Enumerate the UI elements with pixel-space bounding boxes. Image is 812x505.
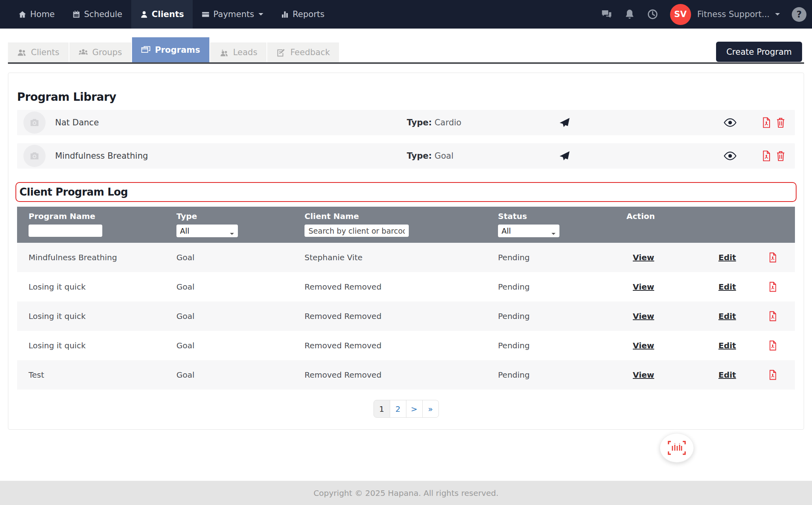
cell-status: Pending	[498, 282, 626, 292]
pdf-file-icon	[761, 150, 772, 161]
page-button-1[interactable]: 1	[373, 400, 390, 418]
top-navbar: Home Schedule Clients Payments Report	[0, 0, 812, 29]
program-library-title: Program Library	[17, 90, 795, 104]
history-button[interactable]	[647, 9, 658, 20]
nav-item-clients[interactable]: Clients	[131, 0, 193, 29]
cell-status: Pending	[498, 253, 626, 262]
help-button[interactable]: ?	[792, 7, 806, 22]
view-link[interactable]: View	[633, 341, 718, 350]
avatar[interactable]: SV	[670, 4, 691, 25]
client-program-log-title: Client Program Log	[19, 186, 128, 198]
column-action: Action	[626, 211, 795, 237]
edit-link[interactable]: Edit	[718, 282, 768, 292]
edit-link[interactable]: Edit	[718, 341, 768, 350]
cell-client: Removed Removed	[304, 311, 498, 321]
table-row: Mindfulness Breathing Goal Stephanie Vit…	[17, 243, 795, 272]
program-image-placeholder	[23, 111, 46, 134]
barcode-scan-fab[interactable]	[660, 433, 694, 463]
bar-chart-icon	[281, 10, 289, 19]
table-row: Losing it quick Goal Removed Removed Pen…	[17, 272, 795, 301]
tab-groups[interactable]: Groups	[69, 42, 131, 62]
notifications-button[interactable]	[624, 9, 635, 20]
send-program-button[interactable]	[559, 150, 571, 162]
view-program-button[interactable]	[724, 151, 737, 161]
row-pdf-button[interactable]	[768, 370, 778, 380]
cell-program: Test	[29, 370, 176, 380]
edit-link[interactable]: Edit	[718, 311, 768, 321]
chat-icon	[601, 9, 612, 20]
column-program-name: Program Name	[29, 211, 176, 237]
view-link[interactable]: View	[633, 253, 718, 262]
edit-link[interactable]: Edit	[718, 253, 768, 262]
messages-button[interactable]	[601, 9, 612, 20]
tab-leads[interactable]: Leads	[210, 42, 266, 62]
table-header: Program Name Type All Client Name Status…	[17, 207, 795, 243]
nav-item-label: Reports	[293, 10, 325, 19]
program-image-placeholder	[23, 145, 46, 167]
pdf-file-icon	[768, 370, 778, 380]
tab-label: Programs	[155, 45, 200, 55]
tab-label: Feedback	[290, 48, 330, 57]
page-button-2[interactable]: 2	[390, 400, 406, 418]
leads-people-icon	[219, 48, 229, 57]
table-row: Test Goal Removed Removed Pending View E…	[17, 360, 795, 390]
row-pdf-button[interactable]	[768, 282, 778, 292]
home-icon	[18, 10, 27, 19]
download-pdf-button[interactable]	[761, 150, 772, 161]
row-pdf-button[interactable]	[768, 311, 778, 321]
column-status: Status All	[498, 211, 626, 237]
row-pdf-button[interactable]	[768, 340, 778, 351]
paper-plane-icon	[559, 117, 571, 129]
camera-icon	[29, 117, 40, 129]
cell-status: Pending	[498, 341, 626, 350]
delete-program-button[interactable]	[776, 150, 786, 161]
view-link[interactable]: View	[633, 311, 718, 321]
send-program-button[interactable]	[559, 117, 571, 129]
page-last-button[interactable]: »	[422, 400, 439, 418]
column-type: Type All	[176, 211, 304, 237]
view-program-button[interactable]	[724, 117, 737, 128]
trash-icon	[776, 117, 786, 128]
row-pdf-button[interactable]	[768, 252, 778, 263]
program-library-row: Mindfulness Breathing Type: Goal	[17, 143, 795, 169]
account-name: Fitness Support...	[697, 10, 770, 19]
nav-item-home[interactable]: Home	[10, 0, 63, 29]
edit-link[interactable]: Edit	[718, 370, 768, 380]
cell-type: Goal	[176, 311, 304, 321]
group-icon	[79, 48, 88, 57]
account-menu-button[interactable]: Fitness Support...	[697, 10, 780, 19]
cell-action: View Edit	[626, 282, 795, 292]
cell-action: View Edit	[626, 340, 795, 351]
calendar-icon	[72, 10, 80, 19]
program-name-filter-input[interactable]	[29, 225, 102, 237]
delete-program-button[interactable]	[776, 117, 786, 128]
eye-icon	[724, 151, 737, 161]
program-name: Mindfulness Breathing	[55, 151, 148, 161]
download-pdf-button[interactable]	[761, 117, 772, 128]
nav-item-reports[interactable]: Reports	[272, 0, 333, 29]
table-row: Losing it quick Goal Removed Removed Pen…	[17, 331, 795, 360]
tab-feedback[interactable]: Feedback	[267, 42, 339, 62]
eye-icon	[724, 117, 737, 128]
nav-item-schedule[interactable]: Schedule	[63, 0, 131, 29]
cell-status: Pending	[498, 370, 626, 380]
person-icon	[140, 10, 148, 19]
tab-clients[interactable]: Clients	[8, 42, 69, 62]
cell-type: Goal	[176, 282, 304, 292]
clock-icon	[647, 9, 658, 20]
nav-item-payments[interactable]: Payments	[193, 0, 272, 29]
client-search-input[interactable]	[304, 225, 409, 237]
pdf-file-icon	[768, 340, 778, 351]
barcode-scan-icon	[668, 441, 686, 455]
cell-action: View Edit	[626, 311, 795, 321]
cell-program: Mindfulness Breathing	[29, 253, 176, 262]
pdf-file-icon	[768, 282, 778, 292]
status-filter-select[interactable]: All	[498, 225, 559, 237]
type-filter-select[interactable]: All	[176, 225, 238, 237]
cell-type: Goal	[176, 370, 304, 380]
page-next-button[interactable]: >	[406, 400, 423, 418]
tab-programs[interactable]: Programs	[132, 37, 209, 62]
view-link[interactable]: View	[633, 282, 718, 292]
view-link[interactable]: View	[633, 370, 718, 380]
create-program-button[interactable]: Create Program	[716, 42, 802, 62]
